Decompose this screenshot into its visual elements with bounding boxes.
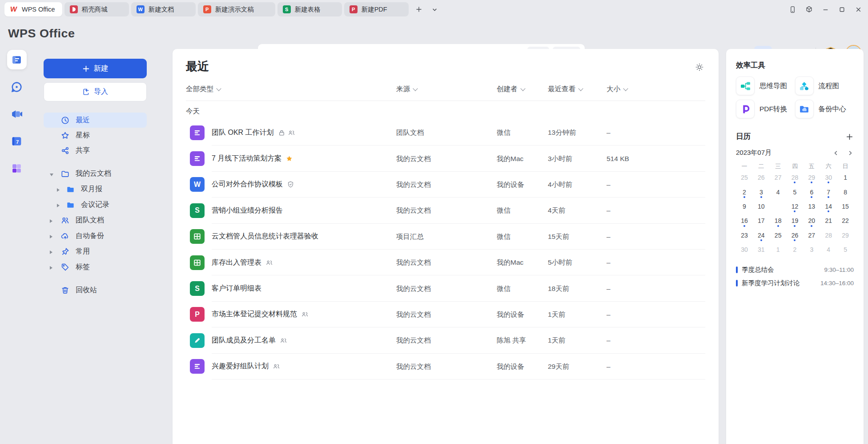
calendar-day[interactable]: 27 [803, 228, 820, 242]
calendar-day[interactable]: 5 [837, 242, 854, 257]
next-month-button[interactable] [847, 149, 854, 157]
file-row[interactable]: 云文档管人员信息统计表理器验收 项目汇总 微信 15天前 – [186, 224, 705, 250]
file-row[interactable]: W 公司对外合作协议模板 我的云文档 我的设备 4小时前 – [186, 172, 705, 198]
sidebar-item-my-cloud-docs[interactable]: 我的云文档 [44, 166, 147, 182]
file-row[interactable]: 库存出入管理表 我的云文档 我的Mac 5小时前 – [186, 250, 705, 275]
calendar-day[interactable]: 8 [837, 185, 854, 199]
sidebar-item-frequent[interactable]: 常用 [44, 244, 147, 259]
file-row[interactable]: S 客户订单明细表 我的云文档 微信 18天前 – [186, 275, 705, 301]
sidebar-item-starred[interactable]: 星标 [44, 128, 147, 143]
calendar-day[interactable]: 4 [820, 242, 837, 257]
sidebar-item-auto-backup[interactable]: 自动备份 [44, 228, 147, 244]
skin-center-button[interactable] [804, 5, 813, 14]
calendar-day[interactable]: 1 [770, 242, 787, 257]
app-tab[interactable]: S 新建表格 [277, 2, 342, 16]
calendar-day[interactable]: 31 [753, 242, 770, 257]
calendar-day[interactable]: 26 [753, 170, 770, 185]
app-tab[interactable]: P 新建演示文稿 [198, 2, 275, 16]
calendar-day[interactable]: 3 [803, 242, 820, 257]
device-sync-button[interactable] [788, 5, 797, 14]
filter-creator[interactable]: 创建者 [497, 85, 525, 94]
calendar-day[interactable]: 29 [803, 170, 820, 185]
file-row[interactable]: 团队 OKR 工作计划 团队文档 微信 13分钟前 – [186, 120, 705, 145]
filter-type[interactable]: 全部类型 [186, 85, 221, 94]
file-row[interactable]: 兴趣爱好组队计划 我的云文档 我的设备 29天前 – [186, 354, 705, 379]
calendar-day[interactable]: 19 [787, 214, 804, 228]
calendar-day[interactable]: 3 [753, 185, 770, 199]
close-button[interactable] [854, 5, 863, 14]
import-button[interactable]: 导入 [44, 82, 147, 101]
file-row[interactable]: S 营销小组业绩分析报告 我的云文档 微信 4天前 – [186, 198, 705, 223]
caret-collapsed-icon[interactable] [57, 186, 61, 194]
calendar-day[interactable]: 27 [770, 170, 787, 185]
minimize-button[interactable] [821, 5, 830, 14]
calendar-day[interactable]: 21 [820, 214, 837, 228]
calendar-day[interactable]: 7 [820, 185, 837, 199]
calendar-day[interactable]: 28 [820, 228, 837, 242]
caret-collapsed-icon[interactable] [50, 217, 54, 225]
calendar-day[interactable]: 25 [770, 228, 787, 242]
tool-shortcut[interactable]: PDF转换 [736, 100, 795, 118]
calendar-day[interactable]: 4 [770, 185, 787, 199]
calendar-day[interactable]: 11 [770, 199, 787, 214]
file-row[interactable]: P 市场主体登记提交材料规范 我的云文档 我的设备 1天前 – [186, 302, 705, 327]
calendar-day[interactable]: 16 [736, 214, 753, 228]
calendar-day[interactable]: 25 [736, 170, 753, 185]
calendar-day[interactable]: 10 [753, 199, 770, 214]
filter-last-viewed[interactable]: 最近查看 [548, 85, 583, 94]
tool-shortcut[interactable]: 备份中心 [795, 100, 854, 118]
rail-messages-button[interactable] [7, 77, 27, 97]
event-item[interactable]: 季度总结会 9:30–11:00 [736, 263, 854, 276]
caret-collapsed-icon[interactable] [50, 263, 54, 271]
prev-month-button[interactable] [832, 149, 840, 157]
maximize-button[interactable] [837, 5, 846, 14]
sidebar-item-bimonthly-report[interactable]: 双月报 [44, 182, 147, 197]
rail-calendar-button[interactable]: 7 [7, 131, 27, 151]
caret-collapsed-icon[interactable] [57, 201, 61, 209]
calendar-day[interactable]: 14 [820, 199, 837, 214]
calendar-day[interactable]: 30 [820, 170, 837, 185]
caret-collapsed-icon[interactable] [50, 232, 54, 240]
app-tab[interactable]: 稻壳商城 [64, 2, 129, 16]
app-tab[interactable]: P 新建PDF [344, 2, 409, 16]
file-row[interactable]: 团队成员及分工名单 我的云文档 陈旭 共享 1天前 – [186, 327, 705, 353]
calendar-day[interactable]: 28 [787, 170, 804, 185]
calendar-day[interactable]: 5 [787, 185, 804, 199]
calendar-day[interactable]: 20 [803, 214, 820, 228]
calendar-day[interactable]: 2 [736, 185, 753, 199]
rail-meeting-button[interactable] [7, 104, 27, 124]
sidebar-item-trash[interactable]: 回收站 [44, 283, 147, 298]
calendar-day[interactable]: 13 [803, 199, 820, 214]
sidebar-item-recent[interactable]: 最近 [44, 113, 147, 128]
calendar-day[interactable]: 23 [736, 228, 753, 242]
tab-list-dropdown[interactable] [429, 4, 441, 15]
calendar-day[interactable]: 17 [753, 214, 770, 228]
calendar-day[interactable]: 26 [787, 228, 804, 242]
tool-shortcut[interactable]: 思维导图 [736, 77, 795, 95]
calendar-day[interactable]: 1 [837, 170, 854, 185]
app-tab[interactable]: W WPS Office [4, 2, 62, 16]
sidebar-item-meeting-notes[interactable]: 会议记录 [44, 197, 147, 213]
event-item[interactable]: 新季度学习计划讨论 14:30–16:00 [736, 276, 854, 290]
rail-apps-button[interactable] [7, 158, 27, 178]
caret-collapsed-icon[interactable] [50, 248, 54, 256]
app-tab[interactable]: W 新建文档 [131, 2, 196, 16]
filter-source[interactable]: 来源 [396, 85, 417, 94]
sidebar-item-shared[interactable]: 共享 [44, 143, 147, 158]
calendar-day[interactable]: 30 [736, 242, 753, 257]
calendar-day[interactable]: 18 [770, 214, 787, 228]
calendar-day[interactable]: 6 [803, 185, 820, 199]
calendar-day[interactable]: 24 [753, 228, 770, 242]
list-settings-button[interactable] [695, 62, 704, 72]
file-row[interactable]: 7 月线下活动策划方案 我的云文档 我的Mac 3小时前 514 KB [186, 145, 705, 171]
calendar-day[interactable]: 2 [787, 242, 804, 257]
tool-shortcut[interactable]: 流程图 [795, 77, 854, 95]
new-document-button[interactable]: 新建 [44, 59, 147, 78]
calendar-day[interactable]: 15 [837, 199, 854, 214]
calendar-day[interactable]: 12 [787, 199, 804, 214]
calendar-day[interactable]: 22 [837, 214, 854, 228]
add-event-button[interactable] [845, 132, 854, 141]
caret-expanded-icon[interactable] [50, 170, 54, 178]
new-tab-button[interactable] [413, 4, 425, 15]
calendar-day[interactable]: 9 [736, 199, 753, 214]
